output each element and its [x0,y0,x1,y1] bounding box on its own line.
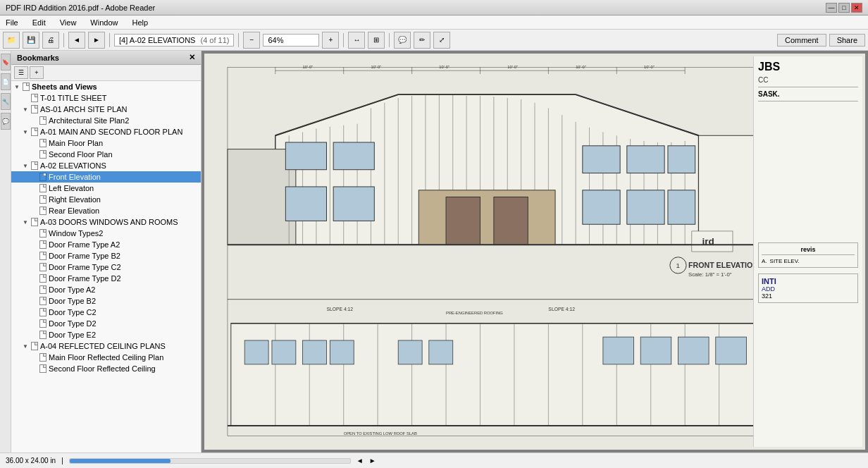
close-button[interactable]: ✕ [851,3,862,13]
tree-item-left-elevation[interactable]: ▶ Left Elevaton [11,183,201,194]
page-nav-right[interactable]: ► [369,457,376,464]
tree-item-door-type-c[interactable]: ▶ Door Type C2 [11,307,201,318]
fit-page-button[interactable]: ⊞ [368,32,385,49]
tree-item-arch-site[interactable]: ▶ Architectural Site Plan2 [11,115,201,126]
door-type-e-label: Door Type E2 [49,331,96,339]
menu-help[interactable]: Help [129,17,151,28]
tree-item-a03[interactable]: ▼ A-03 DOORS WINDOWS AND ROOMS [11,216,201,228]
comment-button[interactable]: 💬 [394,32,411,49]
svg-rect-46 [446,197,480,245]
svg-rect-114 [429,340,453,364]
tools-icon[interactable]: 🔧 [1,93,11,110]
tree-item-a01[interactable]: ▼ A-01 MAIN AND SECOND FLOOR PLAN [11,126,201,137]
tree-item-t01[interactable]: ▶ T-01 TITLE SHEET [11,92,201,104]
zoom-in-button[interactable]: + [322,32,339,49]
door-d-icon [39,274,46,283]
menu-view[interactable]: View [57,17,80,28]
tree-item-rear-elevation[interactable]: ▶ Rear Elevation [11,205,201,216]
tree-item-door-frame-b[interactable]: ▶ Door Frame Type B2 [11,250,201,261]
toolbar: 📁 💾 🖨 ◄ ► [4] A-02 ELEVATIONS (4 of 11) … [0,30,868,51]
left-elevation-label: Left Elevaton [49,184,94,192]
share-btn[interactable]: Share [829,34,865,47]
rev-header: revis [762,246,855,255]
tree-item-right-elevation[interactable]: ▶ Right Elevation [11,194,201,205]
expand-button[interactable]: ⤢ [433,32,450,49]
comment-btn[interactable]: Comment [777,34,826,47]
left-panel-icons: 🔖 📄 🔧 💬 [0,51,11,452]
tree-item-sheets-and-views[interactable]: ▼ Sheets and Views [11,81,201,92]
bm-expand-button[interactable]: + [30,66,44,79]
t01-label: T-01 TITLE SHEET [40,94,107,102]
tree-item-second-floor-ceiling[interactable]: ▶ Second Floor Reflected Ceiling [11,363,201,374]
window-types-icon [39,229,46,238]
door-type-a-icon [39,285,46,294]
prev-page-button[interactable]: ◄ [68,32,85,49]
tree-item-window-types[interactable]: ▶ Window Types2 [11,228,201,239]
fit-width-button[interactable]: ↔ [348,32,365,49]
tree-item-a04[interactable]: ▼ A-04 REFLECTED CEILING PLANS [11,340,201,352]
second-ceiling-label: Second Floor Reflected Ceiling [49,364,156,373]
tree-arrow-a01: ▼ [23,129,30,135]
tree-item-door-type-e[interactable]: ▶ Door Type E2 [11,329,201,340]
annotation-panel: JBS CC SASK. revis A. SITE ELEV. [753,56,862,447]
svg-text:10'-0": 10'-0" [507,65,518,69]
tree-item-as01[interactable]: ▼ AS-01 ARCH SITE PLAN [11,104,201,115]
menu-edit[interactable]: Edit [30,17,49,28]
pages-icon[interactable]: 📄 [1,73,11,90]
tree-item-second-floor[interactable]: ▶ Second Floor Plan [11,149,201,160]
door-type-a-label: Door Type A2 [49,285,95,294]
zoom-out-button[interactable]: − [243,32,260,49]
save-button[interactable]: 💾 [23,32,39,49]
svg-text:SLOPE 4:12: SLOPE 4:12 [326,307,353,312]
tree-item-main-floor[interactable]: ▶ Main Floor Plan [11,137,201,149]
tree-item-door-frame-a[interactable]: ▶ Door Frame Type A2 [11,239,201,250]
svg-text:10'-0": 10'-0" [439,65,450,69]
maximize-button[interactable]: □ [838,3,850,13]
tree-item-door-frame-c[interactable]: ▶ Door Frame Type C2 [11,261,201,273]
door-type-b-label: Door Type B2 [49,297,96,305]
next-page-button[interactable]: ► [88,32,105,49]
window-types-label: Window Types2 [49,229,103,238]
statusbar: 36.00 x 24.00 in | ◄ ► [0,452,868,468]
project-num: 321 [762,292,855,300]
pdf-page: ird 10'-0" [204,54,865,450]
menu-file[interactable]: File [3,17,21,28]
tree-item-main-floor-ceiling[interactable]: ▶ Main Floor Reflected Ceiling Plan [11,352,201,363]
tree-arrow-a03: ▼ [23,219,30,226]
tree-item-front-elevation[interactable]: ▶ Front Elevation [11,171,201,183]
company-initials: JBS [758,61,858,73]
open-button[interactable]: 📁 [3,32,20,49]
bookmarks-icon[interactable]: 🔖 [1,54,11,70]
svg-text:Scale: 1/8" = 1'-0": Scale: 1/8" = 1'-0" [688,271,732,278]
tree-item-door-type-a[interactable]: ▶ Door Type A2 [11,284,201,295]
svg-rect-109 [244,340,268,364]
main-ceiling-label: Main Floor Reflected Ceiling Plan [49,353,163,362]
a02-label: A-02 ELEVATIONS [40,161,106,170]
print-button[interactable]: 🖨 [42,32,59,49]
svg-text:SLOPE 4:12: SLOPE 4:12 [548,307,575,312]
minimize-button[interactable]: — [826,3,837,13]
tree-item-door-frame-d[interactable]: ▶ Door Frame Type D2 [11,273,201,284]
door-type-b-icon [39,297,46,305]
pdf-viewer[interactable]: ird 10'-0" [202,51,868,452]
page-nav-left[interactable]: ◄ [356,457,364,464]
comments-icon[interactable]: 💬 [1,113,11,130]
markup-button[interactable]: ✏ [414,32,430,49]
door-b-icon [39,252,46,260]
tree-item-door-type-d[interactable]: ▶ Door Type D2 [11,318,201,329]
close-bookmarks-button[interactable]: ✕ [189,53,195,62]
t01-icon [31,94,38,102]
svg-rect-117 [678,337,709,364]
zoom-label[interactable]: 64% [263,34,319,47]
door-frame-d-label: Door Frame Type D2 [49,274,121,283]
menu-window[interactable]: Window [87,17,120,28]
second-ceiling-icon [39,364,46,373]
door-c-icon [39,263,46,271]
tree-arrow-a02: ▼ [23,163,30,169]
bm-options-button[interactable]: ☰ [14,66,28,79]
bookmarks-tree: ▼ Sheets and Views ▶ T-01 TITLE SHEET ▼ … [11,81,201,452]
tree-item-door-type-b[interactable]: ▶ Door Type B2 [11,295,201,307]
door-type-d-label: Door Type D2 [49,319,97,328]
tree-item-a02[interactable]: ▼ A-02 ELEVATIONS [11,160,201,171]
bookmarks-toolbar: ☰ + [11,65,201,81]
